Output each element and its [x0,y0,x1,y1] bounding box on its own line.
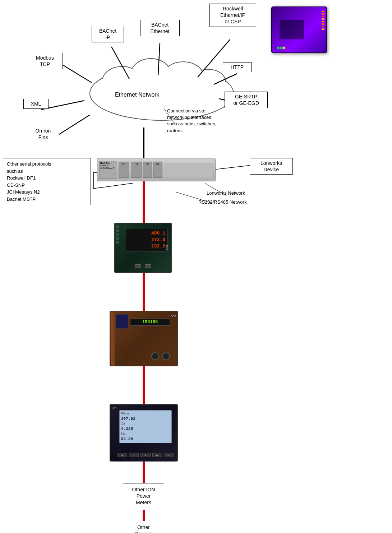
rs485-line-1 [143,181,145,223]
svg-line-19 [93,183,133,189]
rs485-line-2 [143,273,145,311]
bacnet-ip-label: BACnetIP [92,26,124,42]
other-ion-label: Other IONPowerMeters [123,483,164,509]
svg-point-2 [131,59,171,89]
svg-point-7 [132,59,170,88]
svg-point-1 [102,66,142,95]
svg-line-17 [56,115,90,136]
ge-srtp-label: GE-SRTPor GE-EGD [225,92,268,108]
modbus-tcp-label: ModbusTCP [27,53,63,69]
svg-point-6 [103,67,141,94]
rockwell-label: RockwellEthernet/IPor CSP [209,4,256,27]
purple-hardware-box [271,6,327,53]
svg-line-14 [214,74,237,84]
meter-device-2: 193106 DGS [110,311,178,366]
other-serial-label: Other serial protocolssuch asRockwell DF… [3,158,91,205]
other-devices-label: OtherDevices [123,521,164,533]
rs485-line-3 [143,366,145,404]
rs485-line-4 [143,462,145,483]
svg-point-3 [163,62,203,89]
meter-device-3: Ph-n 207.92 Ia 4.335 kW 92.29 ◀ ▲ ▼ ▶ EN… [110,404,178,462]
svg-line-12 [158,43,160,75]
rs485-line-5 [143,510,145,521]
svg-line-10 [59,63,92,83]
rs232-rs485-label: RS232/RS485 Network [198,199,246,205]
svg-line-11 [111,47,129,79]
svg-point-9 [192,70,225,94]
connection-note: Connection via stdnetworking interfacess… [167,108,216,134]
svg-point-4 [191,69,226,94]
svg-point-8 [164,62,202,88]
ethernet-network-label: Ethernet Network [115,92,160,98]
meter-device-1: 480.1 272.0 192.2 DGS [114,223,172,273]
http-label: HTTP [223,62,252,72]
bacnet-ethernet-label: BACnetEthernet [140,20,180,36]
lonworks-device-label: LonworksDevice [250,158,293,175]
gateway-device: Net 2 Net Ethernet 10/100 Base-T P1 P2 R… [97,158,216,181]
xml-label: XML [23,99,49,109]
omron-fins-label: OmronFins [27,126,59,142]
lonworks-network-label: Lonworks Network [207,190,245,196]
